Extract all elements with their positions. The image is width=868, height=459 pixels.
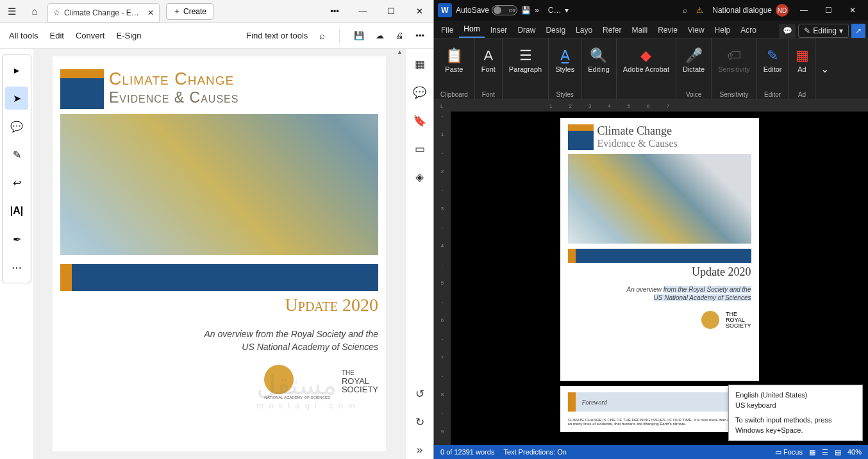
rotate-ccw-icon[interactable]: ↺ [411, 385, 429, 403]
create-button[interactable]: ＋ Create [166, 3, 213, 20]
tab-review[interactable]: Revie [653, 22, 682, 38]
rotate-cw-icon[interactable]: ↻ [411, 413, 429, 431]
word-page-1[interactable]: Climate Change Evidence & Causes Update … [560, 118, 759, 381]
ribbon-paragraph[interactable]: ☰Paragraph [503, 38, 549, 99]
bookmark-icon[interactable]: 🔖 [411, 112, 429, 129]
more-tools-icon[interactable]: ⋯ [5, 256, 28, 279]
tab-design[interactable]: Desig [541, 22, 570, 38]
pencil-tool-icon[interactable]: ✎ [5, 143, 28, 166]
tab-view[interactable]: View [683, 22, 709, 38]
tab-acrobat[interactable]: Acro [736, 22, 761, 38]
word-document-area[interactable]: -1-2-3-4-5-6-7-8-9 Climate Change Eviden… [434, 112, 868, 445]
zoom-value[interactable]: 40% [847, 448, 862, 456]
wp-title1: Climate Change [597, 124, 678, 138]
doc-title-line1: Climate Change [109, 69, 238, 89]
esign-menu[interactable]: E-Sign [116, 31, 141, 40]
minimize-icon[interactable]: — [792, 1, 815, 20]
status-text-predictions[interactable]: Text Predictions: On [503, 448, 566, 456]
editing-mode-button[interactable]: ✎ Editing ▾ [798, 24, 849, 38]
tab-help[interactable]: Help [710, 22, 735, 38]
close-icon[interactable]: ✕ [147, 8, 154, 17]
comments-icon[interactable]: 💬 [779, 24, 796, 38]
share-icon[interactable]: ↗ [851, 24, 865, 38]
plus-icon: ＋ [173, 6, 181, 17]
adobe-window-controls: ••• — ☐ ✕ [321, 0, 433, 23]
status-word-count[interactable]: 0 of 12391 words [440, 448, 494, 456]
word-app-icon[interactable]: W [438, 3, 452, 17]
search-icon[interactable]: ⌕ [683, 6, 687, 15]
adobe-menubar: All tools Edit Convert E-Sign Find text … [0, 23, 433, 49]
ribbon-editor[interactable]: ✎EditorEditor [757, 38, 789, 99]
ribbon-dictate[interactable]: 🎤DictateVoice [676, 38, 712, 99]
titlebar-doc-short[interactable]: C… [548, 6, 562, 15]
layers-icon[interactable]: ◈ [411, 168, 429, 186]
pen-tool-icon[interactable]: ✒ [5, 228, 28, 251]
edit-menu[interactable]: Edit [50, 31, 64, 40]
side-panel-icon[interactable]: ▦ [411, 55, 429, 73]
ribbon-editing[interactable]: 🔍Editing [581, 38, 617, 99]
adobe-document-viewport[interactable]: ▲ Climate Change Evidence & Causes Updat… [33, 49, 405, 459]
panel-chevron-icon[interactable]: ▸ [5, 58, 28, 81]
titlebar-more-icon[interactable]: » [535, 6, 539, 15]
maximize-icon[interactable]: ☐ [377, 0, 405, 23]
text-tool-icon[interactable]: |A| [5, 199, 28, 222]
tab-draw[interactable]: Draw [513, 22, 540, 38]
close-icon[interactable]: ✕ [841, 1, 864, 20]
toggle-off-icon[interactable]: Off [492, 5, 517, 15]
convert-menu[interactable]: Convert [76, 31, 105, 40]
search-icon[interactable]: ⌕ [319, 30, 325, 41]
view-print-icon[interactable]: ▦ [809, 448, 815, 456]
editing-label: Editing [813, 26, 837, 35]
focus-button[interactable]: ▭Focus [775, 448, 803, 456]
tab-mailings[interactable]: Maili [627, 22, 652, 38]
more-icon[interactable]: ••• [415, 31, 424, 40]
horizontal-ruler[interactable]: L 1234567 [434, 100, 868, 112]
ribbon-collapse-icon[interactable]: ⌄ [815, 38, 833, 99]
ribbon-sensitivity[interactable]: 🏷SensitivitySensitivity [712, 38, 757, 99]
editor-icon: ✎ [767, 47, 778, 64]
print-icon[interactable]: 🖨 [396, 31, 404, 40]
comment-panel-icon[interactable]: 💬 [411, 83, 429, 101]
thumbnails-icon[interactable]: ▭ [411, 140, 429, 158]
overflow-icon[interactable]: ••• [321, 0, 349, 23]
maximize-icon[interactable]: ☐ [817, 1, 840, 20]
view-web-icon[interactable]: ▤ [835, 448, 841, 456]
collapse-panel-icon[interactable]: » [411, 441, 429, 459]
comment-tool-icon[interactable]: 💬 [5, 115, 28, 138]
all-tools-menu[interactable]: All tools [9, 31, 38, 40]
save-icon[interactable]: 💾 [354, 31, 364, 40]
lasso-icon[interactable]: ↩ [5, 171, 28, 194]
ribbon-adobe[interactable]: ◆Adobe Acrobat [617, 38, 676, 99]
tab-home[interactable]: Hom [459, 21, 484, 38]
adobe-tab[interactable]: ☆ Climate Change - Evide… ✕ [47, 3, 160, 22]
sensitivity-icon: 🏷 [727, 47, 741, 64]
overview-line1: An overview from the Royal Society and t… [60, 328, 378, 341]
tab-insert[interactable]: Inser [486, 22, 512, 38]
save-icon[interactable]: 💾 [521, 6, 531, 15]
tab-file[interactable]: File [437, 22, 458, 38]
cloud-upload-icon[interactable]: ☁ [376, 31, 384, 40]
ribbon-clipboard[interactable]: 📋PasteClipboard [434, 38, 475, 99]
chevron-down-icon[interactable]: ▾ [565, 6, 569, 15]
minimize-icon[interactable]: — [349, 0, 377, 23]
selection-tool-icon[interactable]: ➤ [5, 87, 28, 110]
ribbon-font[interactable]: AFontFont [475, 38, 503, 99]
document-name[interactable]: National dialogue [712, 6, 772, 15]
ribbon-addins[interactable]: ▦AdAd [789, 38, 815, 99]
user-badge[interactable]: ND [776, 4, 789, 17]
cover-image [568, 154, 751, 244]
view-read-icon[interactable]: ☰ [822, 448, 828, 456]
scroll-up-icon[interactable]: ▲ [397, 49, 403, 55]
cover-image [60, 114, 378, 255]
autosave-toggle[interactable]: AutoSave Off [456, 5, 517, 15]
tab-references[interactable]: Refer [598, 22, 626, 38]
ribbon-styles[interactable]: A̲StylesStyles [549, 38, 581, 99]
home-icon[interactable]: ⌂ [23, 0, 46, 23]
hamburger-icon[interactable]: ☰ [0, 0, 23, 23]
tab-layout[interactable]: Layo [571, 22, 597, 38]
warning-icon[interactable]: ⚠ [696, 6, 703, 15]
pencil-icon: ✎ [804, 26, 810, 35]
close-window-icon[interactable]: ✕ [405, 0, 433, 23]
adobe-titlebar: ☰ ⌂ ☆ Climate Change - Evide… ✕ ＋ Create… [0, 0, 433, 23]
vertical-ruler[interactable]: -1-2-3-4-5-6-7-8-9 [434, 112, 451, 445]
